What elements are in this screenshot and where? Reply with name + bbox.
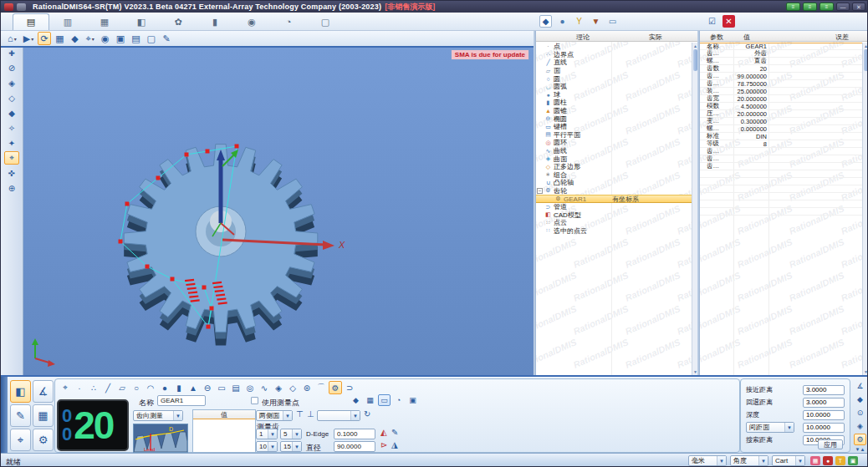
select-cursor-button-dropdown[interactable]: ▾ (31, 36, 33, 42)
diameter-input[interactable] (334, 441, 375, 452)
axis-button[interactable]: ⌖ (10, 429, 31, 451)
circle-icon[interactable]: ○ (130, 381, 143, 394)
curve-icon[interactable]: ∿ (258, 381, 271, 394)
camshaft-icon[interactable]: ⌒ (314, 381, 328, 394)
point-filter-icon[interactable]: ● (556, 15, 569, 28)
tooth-select-1[interactable]: 1▼ (256, 429, 278, 439)
viewport-3d[interactable]: X SMA is due for update (23, 48, 534, 375)
status-jog-icon[interactable]: ▣ (848, 456, 858, 465)
close-button[interactable]: ✕ (852, 3, 865, 11)
tab-device[interactable]: ▮ (197, 13, 233, 30)
probe-goto-icon[interactable]: ◈ (4, 76, 19, 89)
jogbox-icon-2[interactable]: ≡ (803, 3, 817, 11)
cup-icon[interactable]: ▼ (590, 15, 602, 28)
tree-item-选中的点云[interactable]: ∷选中的点云 (536, 227, 692, 236)
chevron-down-icon[interactable]: ▼ (784, 423, 794, 432)
回退距离-input[interactable] (803, 398, 845, 408)
params-col-parameter[interactable]: 参数 (710, 33, 723, 42)
slot-icon[interactable]: ▭ (215, 381, 228, 394)
annotate-button[interactable]: ✎ (160, 32, 173, 45)
monitor-icon[interactable]: ▭ (606, 15, 619, 28)
point-icon[interactable]: ∙ (73, 381, 86, 394)
接近距离-input[interactable] (803, 385, 845, 395)
refresh-list-icon[interactable]: ↻ (364, 409, 370, 419)
image-button[interactable]: ▣ (114, 32, 127, 45)
panel-view-tab[interactable]: ▭ (378, 394, 391, 406)
coord-select[interactable]: Cart▼ (772, 455, 805, 466)
gear-icon[interactable]: ⚙ (329, 381, 342, 394)
use-points-checkbox[interactable] (251, 397, 258, 404)
probe-edit-icon[interactable]: ✧ (4, 121, 19, 135)
tab-probe-rack[interactable]: ✿ (160, 13, 197, 30)
sphere-icon[interactable]: ● (158, 381, 171, 394)
torus-icon[interactable]: ◎ (243, 381, 257, 394)
box-button[interactable]: ▢ (145, 32, 158, 45)
expand-toggle[interactable]: − (537, 188, 543, 194)
tooth-select-3[interactable]: 10▼ (256, 441, 278, 452)
status-light-icon[interactable]: ● (823, 456, 833, 465)
checkbox-icon[interactable]: ☑ (706, 15, 718, 28)
grid-view-tab[interactable]: ▣ (406, 394, 419, 406)
cone-icon[interactable]: ▲ (186, 381, 200, 394)
d-edge-input[interactable] (334, 429, 375, 439)
probe-path2-icon[interactable]: ◈ (854, 420, 866, 432)
axis-view-button[interactable]: ⌖▾ (84, 32, 97, 45)
refresh-view-button[interactable]: ⟳ (38, 32, 51, 45)
combination-icon[interactable]: ⊛ (300, 381, 314, 394)
tab-screen[interactable]: ▢ (307, 13, 344, 30)
camera-button[interactable]: ▤ (129, 32, 142, 45)
jogbox-icon-1[interactable]: ≡ (786, 3, 800, 11)
gear-name-input[interactable] (157, 395, 206, 406)
tab-document[interactable]: ▥ (49, 13, 86, 30)
probe-t2-icon[interactable]: ⊥ (307, 409, 314, 419)
line-icon[interactable]: ╱ (101, 381, 115, 394)
boundary-point-icon[interactable]: ∴ (87, 381, 100, 394)
settings-gear-icon[interactable]: ⚙ (854, 434, 866, 445)
probe-blue-icon[interactable]: ◆ (854, 393, 866, 405)
probe-t1-icon[interactable]: ⊤ (296, 409, 304, 419)
pipe-icon[interactable]: ⊃ (343, 381, 356, 394)
params-col-value[interactable]: 值 (743, 33, 750, 42)
filter-icon[interactable]: Y (573, 15, 585, 28)
status-tool-icon[interactable]: T (835, 456, 845, 465)
probe-scan-icon[interactable]: ⌖ (4, 151, 19, 165)
ellipse-icon[interactable]: ⊖ (201, 381, 214, 394)
tab-mouse[interactable]: ◧ (123, 13, 160, 30)
params-col-error[interactable]: 误差 (835, 33, 849, 42)
edge-edit-icon[interactable]: ✎ (391, 428, 398, 437)
caliper-button[interactable]: ∡ (33, 380, 54, 403)
measure-mode-select[interactable]: 齿向测量▼ (133, 410, 183, 421)
tooth-select-2[interactable]: 5▼ (280, 429, 302, 439)
flank-select[interactable]: 两侧面▼ (256, 410, 293, 421)
tab-clock[interactable]: ◔ (270, 13, 307, 30)
select-cursor-button[interactable]: ▶▾ (21, 32, 36, 45)
parallel-planes-icon[interactable]: ▤ (229, 381, 243, 394)
probe-cube-button[interactable]: ◧ (10, 380, 31, 403)
surface-icon[interactable]: ◈ (272, 381, 285, 394)
solid-view-button[interactable]: ◆ (69, 32, 82, 45)
extra-select[interactable]: ▼ (317, 410, 360, 421)
magnifier-icon[interactable]: ⊙ (854, 407, 866, 419)
cylinder-icon[interactable]: ▮ (172, 381, 186, 394)
tab-cloud[interactable]: ◉ (233, 13, 270, 30)
params-scrollbar[interactable]: ▲▼ (862, 43, 868, 375)
probe-path-icon[interactable]: ✜ (4, 166, 19, 180)
间距面-select[interactable]: 间距面▼ (746, 422, 794, 433)
home-button-dropdown[interactable]: ▾ (14, 36, 17, 42)
value-list[interactable]: 值 (192, 409, 256, 453)
tab-measure[interactable]: ▤ (13, 13, 49, 30)
marquee-select-button[interactable]: ▦ (53, 32, 66, 45)
gauge-button[interactable]: ▦ (33, 404, 54, 427)
units-select[interactable]: 毫米▼ (688, 455, 727, 466)
dia-play-icon[interactable]: ⊳ (380, 440, 387, 449)
间距面-input[interactable] (803, 423, 845, 433)
edge-tool-icon[interactable]: ◭ (380, 428, 387, 437)
probe-disable-icon[interactable]: ⊘ (4, 61, 19, 74)
param-row[interactable]: 齿… (700, 163, 862, 170)
clock-view-tab[interactable]: ◔ (392, 394, 405, 406)
dia-flag-icon[interactable]: ◮ (391, 440, 398, 449)
深度-input[interactable] (803, 410, 845, 420)
tree-col-actual[interactable]: 实际 (649, 33, 662, 42)
angle-select[interactable]: 角度▼ (730, 455, 768, 466)
probe-tip-icon[interactable]: ✦ (4, 136, 19, 150)
